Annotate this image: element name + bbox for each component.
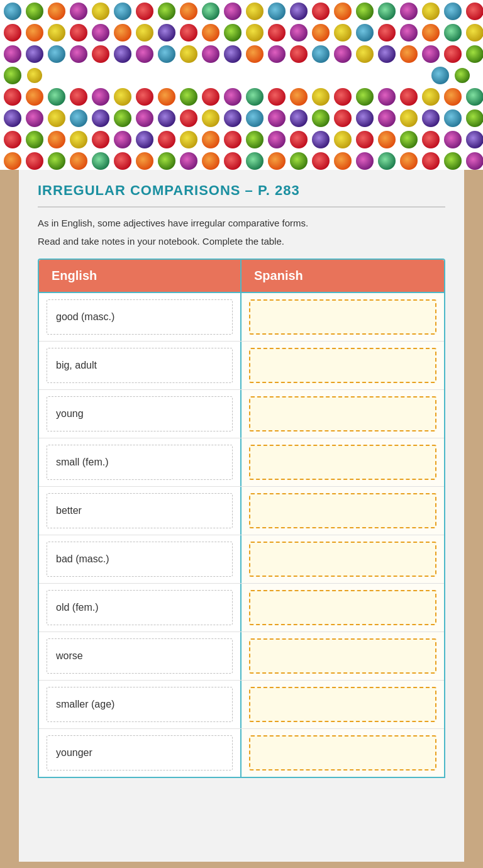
svg-point-104: [246, 109, 264, 127]
svg-point-89: [400, 88, 418, 106]
svg-point-18: [378, 3, 396, 20]
english-cell-3: small (fem.): [39, 438, 242, 486]
svg-point-77: [136, 88, 153, 106]
svg-point-143: [136, 152, 153, 170]
spanish-cell-7[interactable]: [242, 632, 444, 680]
spanish-input-8[interactable]: [249, 687, 436, 722]
svg-point-123: [180, 131, 197, 148]
table-row: worse: [39, 632, 444, 681]
spanish-cell-4[interactable]: [242, 487, 444, 535]
decorative-header: [0, 0, 483, 170]
english-value-4: better: [47, 493, 233, 528]
svg-point-68: [27, 68, 42, 83]
svg-point-10: [202, 3, 219, 20]
svg-point-124: [202, 131, 219, 148]
svg-point-121: [136, 131, 153, 148]
spanish-cell-6[interactable]: [242, 584, 444, 632]
svg-point-26: [70, 24, 87, 42]
english-value-7: worse: [47, 638, 233, 674]
svg-point-81: [224, 88, 242, 106]
spanish-input-2[interactable]: [249, 396, 436, 431]
svg-point-72: [26, 88, 43, 106]
svg-point-88: [378, 88, 396, 106]
spanish-input-9[interactable]: [249, 735, 436, 771]
english-value-9: younger: [47, 735, 233, 771]
svg-point-75: [92, 88, 109, 106]
svg-point-47: [48, 45, 65, 63]
english-value-1: big, adult: [47, 348, 233, 383]
svg-point-134: [422, 131, 440, 148]
svg-point-59: [312, 45, 330, 63]
svg-point-76: [114, 88, 131, 106]
svg-point-97: [92, 109, 109, 127]
svg-point-154: [378, 152, 396, 170]
svg-point-117: [48, 131, 65, 148]
table-row: old (fem.): [39, 584, 444, 632]
svg-point-71: [4, 88, 21, 106]
svg-point-140: [70, 152, 87, 170]
svg-point-78: [158, 88, 175, 106]
svg-point-118: [70, 131, 87, 148]
svg-point-151: [312, 152, 330, 170]
svg-point-48: [70, 45, 87, 63]
table-row: smaller (age): [39, 681, 444, 729]
svg-point-56: [246, 45, 264, 63]
svg-point-158: [466, 152, 483, 170]
svg-point-13: [268, 3, 286, 20]
english-cell-4: better: [39, 487, 242, 535]
svg-point-42: [422, 24, 440, 42]
svg-point-144: [158, 152, 175, 170]
svg-point-113: [444, 109, 462, 127]
svg-point-85: [312, 88, 330, 106]
svg-point-27: [92, 24, 109, 42]
svg-point-55: [224, 45, 242, 63]
svg-point-37: [312, 24, 330, 42]
spanish-cell-2[interactable]: [242, 390, 444, 438]
spanish-input-7[interactable]: [249, 638, 436, 674]
svg-point-103: [224, 109, 242, 127]
svg-point-4: [70, 3, 87, 20]
spanish-cell-3[interactable]: [242, 438, 444, 486]
spanish-cell-0[interactable]: [242, 293, 444, 341]
svg-point-57: [268, 45, 286, 63]
svg-point-98: [114, 109, 131, 127]
english-value-8: smaller (age): [47, 687, 233, 722]
spanish-header-text: Spanish: [254, 269, 303, 282]
spanish-input-5[interactable]: [249, 542, 436, 577]
spanish-input-4[interactable]: [249, 493, 436, 528]
svg-point-66: [466, 45, 483, 63]
svg-point-21: [444, 3, 462, 20]
table-row: better: [39, 487, 444, 535]
english-cell-7: worse: [39, 632, 242, 680]
svg-point-131: [356, 131, 374, 148]
spanish-cell-1[interactable]: [242, 342, 444, 389]
svg-point-114: [466, 109, 483, 127]
svg-point-45: [4, 45, 21, 63]
svg-point-152: [334, 152, 352, 170]
svg-point-25: [48, 24, 65, 42]
spanish-cell-9[interactable]: [242, 729, 444, 777]
spanish-column-header: Spanish: [242, 260, 444, 292]
spanish-input-0[interactable]: [249, 299, 436, 335]
svg-point-141: [92, 152, 109, 170]
svg-point-69: [431, 67, 449, 84]
svg-point-87: [356, 88, 374, 106]
svg-point-39: [356, 24, 374, 42]
page-title: IRREGULAR COMPARISONS – p. 283: [38, 182, 445, 199]
spanish-input-1[interactable]: [249, 348, 436, 383]
svg-point-108: [334, 109, 352, 127]
svg-point-94: [26, 109, 43, 127]
svg-point-6: [114, 3, 131, 20]
svg-point-155: [400, 152, 418, 170]
svg-point-11: [224, 3, 242, 20]
spanish-cell-5[interactable]: [242, 535, 444, 583]
spanish-input-6[interactable]: [249, 590, 436, 625]
svg-point-99: [136, 109, 153, 127]
svg-point-1: [4, 3, 21, 20]
spanish-input-3[interactable]: [249, 445, 436, 480]
spanish-cell-8[interactable]: [242, 681, 444, 728]
english-cell-1: big, adult: [39, 342, 242, 389]
svg-point-100: [158, 109, 175, 127]
svg-point-153: [356, 152, 374, 170]
table-row: good (masc.): [39, 293, 444, 342]
